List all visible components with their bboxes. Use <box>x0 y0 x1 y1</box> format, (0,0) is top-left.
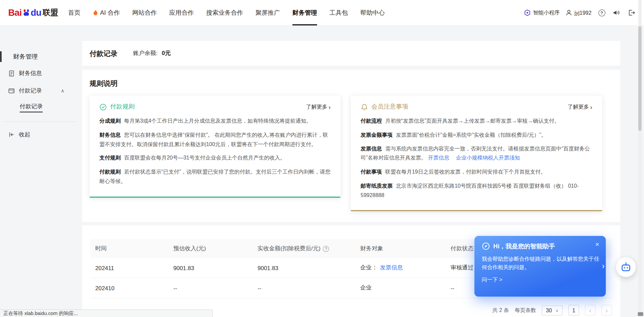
rule-desc: 您可以在财务信息中选择“保留付款”。 在此期间您产生的收入,将在账户内进行累计，… <box>99 132 328 147</box>
top-navigation: Bai du 联盟 首页 AI 合作 网站合作 <box>0 0 644 25</box>
cell-finance-target: 企业 <box>355 284 445 292</box>
rule-term: 支付规则 <box>99 155 121 161</box>
logout-button[interactable] <box>627 8 636 17</box>
page-scrollbar-thumb[interactable] <box>638 26 642 131</box>
small-taxpayer-guide-link[interactable]: 企业小规模纳税人开票须知 <box>456 155 520 161</box>
payment-rules-card: 付款规则 了解更多 › 分成规则每月第3或4个工作日产出上月分成信息及发票信息，… <box>90 96 340 197</box>
balance-value: 0元 <box>162 50 171 57</box>
rule-item: 付款流程月初按“发票信息”页面开具发票→上传发票→邮寄发票→审核→确认支付。 <box>361 117 592 126</box>
ask-now-link[interactable]: 问一下 > <box>482 276 598 283</box>
nav-label: 搜索业务合作 <box>206 9 243 16</box>
cell-finance-target: 企业： 发票信息 <box>355 264 445 272</box>
invoice-info-row-link[interactable]: 发票信息 <box>380 264 403 272</box>
nav-label: 首页 <box>68 9 80 16</box>
nav-item-finance-management[interactable]: 财务管理 <box>292 0 317 25</box>
rule-term: 付款规则 <box>99 169 121 175</box>
username-label: jyj1992 <box>575 10 591 16</box>
member-notes-header: 会员注意事项 了解更多 › <box>361 103 592 111</box>
cell-value: -- <box>450 285 454 292</box>
document-icon <box>8 70 15 77</box>
sidebar-divider <box>3 121 76 122</box>
nav-item-screen-promotion[interactable]: 聚屏推广 <box>256 0 280 25</box>
cell-estimated: 9001.83 <box>168 265 253 271</box>
rules-section-title: 规则说明 <box>90 79 613 88</box>
nav-right-cluster: 智能小程序 jyj1992 ? <box>524 8 636 17</box>
nav-label: 网站合作 <box>132 9 157 16</box>
cell-value: 企业： <box>360 264 377 272</box>
browser-status-bar: 正在等待 xlab.baidu.com 的响应... <box>0 309 213 317</box>
nav-item-website-cooperation[interactable]: 网站合作 <box>132 0 157 25</box>
seal-icon <box>99 103 107 111</box>
chevron-right-icon: › <box>590 104 592 111</box>
assistant-fab-button[interactable] <box>616 257 636 277</box>
rule-item: 发票信息需与系统内发票信息内容完全一致，否则无法支付。请根据发票信息页面中“百度… <box>361 144 592 163</box>
paw-icon <box>22 9 30 17</box>
page-header-card: 付款记录 账户余额: 0元 <box>82 41 620 65</box>
col-header-label: 付款状态 <box>450 245 474 252</box>
smart-miniprogram-entry[interactable]: 智能小程序 <box>524 9 560 16</box>
rule-term: 邮寄纸质发票 <box>361 183 393 189</box>
cell-value: -- <box>173 285 177 292</box>
baidu-union-logo[interactable]: Bai du 联盟 <box>8 7 58 18</box>
chevron-down-icon: ∨ <box>555 308 558 312</box>
assistant-message: 我会帮助您诊断合作链路问题，以及解答您关于任何合作相关的问题。 <box>482 254 600 272</box>
logo-text-du: du <box>31 7 42 18</box>
sidebar-item-finance-info[interactable]: 财务信息 <box>0 65 82 82</box>
logo-text-bai: Bai <box>8 7 21 18</box>
nav-label: 应用合作 <box>169 9 194 16</box>
sidebar-section-finance-management[interactable]: 财务管理 <box>0 48 82 65</box>
question-circle-icon[interactable]: ? <box>323 246 329 252</box>
prev-page-button[interactable]: ‹ <box>585 305 596 316</box>
primary-nav: 首页 AI 合作 网站合作 应用合作 搜索业务合作 聚屏推广 财务管理 <box>68 0 385 25</box>
smart-assistant-popup: Hi，我是您的智能助手 × 我会帮助您诊断合作链路问题，以及解答您关于任何合作相… <box>474 236 606 297</box>
next-message-chevron-icon[interactable]: › <box>602 262 605 271</box>
cell-actual: -- <box>253 285 355 292</box>
per-page-label: 每页条数 <box>515 307 536 314</box>
cell-value: 202411 <box>95 265 114 271</box>
payment-rules-title: 付款规则 <box>110 103 135 111</box>
rule-desc: 北京市海淀区西北旺东路10号院百度科技园5号楼 百度联盟财务组（收） 010-5… <box>361 183 579 198</box>
page-root: Bai du 联盟 首页 AI 合作 网站合作 <box>0 0 644 317</box>
rule-desc: 每月第3或4个工作日产出上月分成信息及发票信息，如有特殊情况将提前通知。 <box>124 118 312 124</box>
page-scrollbar-track[interactable] <box>638 0 642 317</box>
cell-value: 9001.83 <box>258 265 278 271</box>
nav-item-search-cooperation[interactable]: 搜索业务合作 <box>206 0 243 25</box>
rule-item: 发票金额事项发票票面“价税合计”金额=系统中“实收金额（扣除税费后/元）”。 <box>361 130 592 140</box>
col-header-actual-amount: 实收金额(扣除税费后/元) ? <box>253 245 355 252</box>
help-icon: ? <box>598 9 605 16</box>
sidebar-subitem-label: 付款记录 <box>20 103 43 112</box>
rule-item: 付款规则若付款状态显示“已支付”，说明联盟已安排了您的付款。支付后三个工作日内到… <box>99 168 330 186</box>
sidebar-item-label: 财务信息 <box>19 70 42 77</box>
cell-time: 202411 <box>90 265 168 271</box>
user-account[interactable]: jyj1992 <box>566 9 591 16</box>
rule-item: 财务信息您可以在财务信息中选择“保留付款”。 在此期间您产生的收入,将在账户内进… <box>99 130 330 149</box>
help-button[interactable]: ? <box>597 8 606 17</box>
member-notes-more-link[interactable]: 了解更多 › <box>568 103 592 111</box>
payment-rules-more-link[interactable]: 了解更多 › <box>306 103 330 111</box>
nav-item-app-cooperation[interactable]: 应用合作 <box>169 0 194 25</box>
bell-icon <box>361 103 368 111</box>
cell-value: 9001.83 <box>173 265 194 271</box>
page-size-select[interactable]: 30 ∨ <box>542 305 562 316</box>
nav-item-home[interactable]: 首页 <box>68 0 80 25</box>
nav-item-help-center[interactable]: 帮助中心 <box>360 0 385 25</box>
assistant-title: Hi，我是您的智能助手 <box>493 242 555 250</box>
rule-term: 付款流程 <box>361 118 382 124</box>
rule-item: 支付规则百度联盟会在每月20号—31号支付企业会员上个自然月产生的收入。 <box>99 153 330 163</box>
page-title: 付款记录 <box>90 49 117 58</box>
announcement-button[interactable] <box>612 8 621 17</box>
chevron-up-icon: ∧ <box>61 88 64 93</box>
col-header-label: 财务对象 <box>360 245 383 252</box>
next-page-button[interactable]: › <box>601 305 612 316</box>
chevron-left-icon: ‹ <box>589 307 591 314</box>
page-number-current[interactable]: 1 <box>569 305 579 316</box>
sidebar-collapse-button[interactable]: 收起 <box>0 126 82 143</box>
active-section-indicator <box>0 51 2 62</box>
scrollbar-corner <box>638 312 643 316</box>
nav-item-toolkit[interactable]: 工具包 <box>329 0 348 25</box>
sidebar-subitem-payment-record[interactable]: 付款记录 <box>0 99 82 116</box>
nav-item-ai-cooperation[interactable]: AI 合作 <box>93 0 120 25</box>
invoice-info-link[interactable]: 开票信息 <box>428 155 449 161</box>
sidebar-item-payment-record[interactable]: 付款记录 ∧ <box>0 82 82 99</box>
close-icon[interactable]: × <box>595 241 599 249</box>
